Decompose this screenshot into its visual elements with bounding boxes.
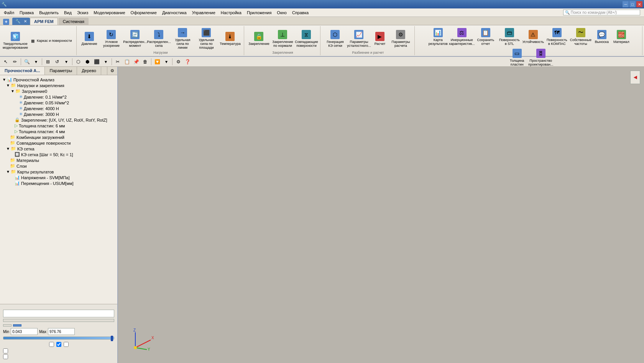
- surface-stl-btn[interactable]: 🗃 Поверхность в STL: [498, 27, 521, 47]
- dp-slider-thumb[interactable]: [111, 336, 113, 341]
- tb-rotate-btn[interactable]: ↺: [53, 58, 61, 66]
- tb-settings-btn[interactable]: ⚙: [174, 58, 182, 66]
- tb-paste-btn[interactable]: 📌: [132, 58, 140, 66]
- close-tab-icon[interactable]: ✕: [24, 19, 27, 23]
- thickness-btn[interactable]: ▭ Толщина пластин: [506, 48, 529, 68]
- tb-select-btn[interactable]: ↖: [2, 58, 10, 66]
- tab-sistemная[interactable]: Системная: [59, 18, 89, 25]
- fatigue-params-btn[interactable]: 📈 Параметры усталостного...: [347, 29, 370, 49]
- add-tab-btn[interactable]: +: [3, 19, 9, 25]
- menu-select[interactable]: Выделить: [37, 10, 61, 16]
- tree-item-combinations[interactable]: 📁 Комбинации загружений: [2, 134, 116, 140]
- tb-copy-btn[interactable]: 📋: [123, 58, 131, 66]
- tree-item-coincide[interactable]: 📁 Совпадающие поверхности: [2, 140, 116, 146]
- tree-item-constraint[interactable]: 🔒 Закрепление: [UX, UY, UZ, RotX, RotY, …: [2, 117, 116, 123]
- tb-cut-btn[interactable]: ✂: [113, 58, 122, 66]
- tb-rotate-drop[interactable]: ▾: [62, 58, 71, 66]
- viewport[interactable]: ◀ X Y Z: [118, 67, 644, 363]
- pressure-btn[interactable]: ⬇ Давление: [80, 31, 99, 47]
- panel-gear-btn[interactable]: ⚙: [107, 67, 117, 75]
- constraint-btn[interactable]: 🔒 Закрепление: [247, 31, 270, 47]
- solid-model-btn[interactable]: 🧊 Твердотельное моделирование: [4, 31, 27, 51]
- tree-item-mesh-param[interactable]: 🔲 КЭ сетка [Шаг = 50; Кс = 1]: [2, 152, 116, 157]
- menu-control[interactable]: Управление: [190, 10, 218, 16]
- dp-cb1[interactable]: [49, 342, 54, 347]
- menu-view[interactable]: Вид: [62, 10, 74, 16]
- minimize-btn[interactable]: ─: [623, 1, 629, 7]
- dp-cb2[interactable]: [56, 342, 61, 347]
- temperature-btn[interactable]: 🌡 Температура: [219, 31, 242, 47]
- tree-item-thickness6[interactable]: ▷ Толщина пластин: 6 мм: [2, 123, 116, 129]
- result-map-btn[interactable]: 📊 Карта результатов: [427, 27, 450, 47]
- normal-constraint-btn[interactable]: ⊥ Закрепление по нормали: [271, 29, 294, 49]
- stability-btn[interactable]: ⚠ Устойчивость: [522, 29, 545, 45]
- tb-wireframe-btn[interactable]: ⬢: [83, 58, 92, 66]
- tree-item-materials[interactable]: 📁 Материалы: [2, 157, 116, 163]
- dp-cb3[interactable]: [64, 342, 69, 347]
- tb-sketch-btn[interactable]: ✏: [11, 58, 19, 66]
- menu-settings[interactable]: Настройка: [219, 10, 244, 16]
- natural-freq-btn[interactable]: 〜 Собственные частоты: [569, 27, 592, 47]
- menu-file[interactable]: Файл: [2, 10, 16, 16]
- menu-sketch[interactable]: Эскиз: [75, 10, 90, 16]
- menu-apps[interactable]: Приложения: [245, 10, 274, 16]
- tree-item-loads[interactable]: ▼ 📁 Нагрузки и закрепления: [2, 82, 116, 88]
- search-box[interactable]: 🔍 Поиск по командам (Alt+/): [563, 10, 640, 15]
- tree-item-pressure2[interactable]: ✳ Давление: 0.05 Н/мм^2: [2, 100, 116, 106]
- tree-item-layers[interactable]: 📁 Слои: [2, 163, 116, 169]
- tb-filter-btn[interactable]: 🔽: [153, 58, 161, 66]
- menu-help[interactable]: Справка: [290, 10, 311, 16]
- inertia-btn[interactable]: ⚖ Инерционные характеристик...: [450, 27, 473, 47]
- dp-min-input[interactable]: [11, 328, 38, 335]
- menu-format[interactable]: Оформление: [128, 10, 159, 16]
- frame-surface-btn[interactable]: ▦ Каркас и поверхности: [28, 36, 74, 45]
- tab-apm-fem[interactable]: APM FEM: [30, 18, 58, 25]
- tb-view3d-btn[interactable]: ⬡: [74, 58, 82, 66]
- tb-delete-btn[interactable]: 🗑: [141, 58, 150, 66]
- callout-btn[interactable]: 💬 Выноска: [593, 29, 611, 45]
- dp-depth-input[interactable]: [3, 310, 114, 317]
- dp-range-slider[interactable]: [3, 337, 114, 340]
- tb-zoom-drop[interactable]: ▾: [32, 58, 40, 66]
- dp-set-plane-btn[interactable]: [3, 319, 114, 322]
- menu-diag[interactable]: Диагностика: [160, 10, 189, 16]
- tab-params[interactable]: Параметры: [45, 67, 77, 75]
- dp-max-input[interactable]: [48, 328, 75, 335]
- tree-item-pressure1[interactable]: ✳ Давление: 0.1 Н/мм^2: [2, 94, 116, 100]
- dp-isolines-cb[interactable]: [3, 354, 8, 359]
- tab-schwertboot[interactable]: 🔧 ✕: [12, 18, 30, 25]
- close-btn[interactable]: ✕: [636, 1, 642, 7]
- save-report-btn[interactable]: 📋 Сохранить отчет: [474, 27, 497, 47]
- tree-item-thickness4[interactable]: ▷ Толщина пластин: 4 мм: [2, 129, 116, 134]
- tb-help-btn[interactable]: ❓: [183, 58, 192, 66]
- dp-recolor-cb[interactable]: [3, 348, 8, 353]
- tree-item-displacement[interactable]: 📊 Перемещения - USUM[мм]: [2, 180, 116, 186]
- maximize-btn[interactable]: □: [629, 1, 636, 7]
- mesh-gen-btn[interactable]: ⬡ Генерация КЭ сетки: [324, 29, 347, 49]
- calc-params-btn[interactable]: ⚙ Параметры расчета: [389, 29, 412, 49]
- tb-fit-btn[interactable]: ⊞: [44, 58, 52, 66]
- dp-callout-btn[interactable]: [13, 324, 21, 327]
- design-space-btn[interactable]: 🎛 Пространство проектирован...: [529, 48, 552, 68]
- material-btn[interactable]: 🧱 Материал: [611, 29, 631, 45]
- angular-acc-btn[interactable]: ↻ Угловое ускорение: [100, 29, 123, 49]
- tree-item-stress[interactable]: 📊 Напряжения - SVM[МПа]: [2, 175, 116, 180]
- tab-tree[interactable]: Дерево: [77, 67, 101, 75]
- dist-moment-btn[interactable]: 🔄 Распределен... момент: [123, 29, 146, 49]
- tb-filter-drop[interactable]: ▾: [162, 58, 171, 66]
- tab-analysis[interactable]: Прочностной А...: [0, 67, 45, 75]
- dp-minmax-btn[interactable]: [3, 324, 12, 327]
- menu-edit[interactable]: Правка: [17, 10, 36, 16]
- boat-canvas[interactable]: [118, 67, 644, 363]
- area-force-btn[interactable]: ⬛ Удельная сила по площади: [195, 27, 218, 51]
- tb-zoom-btn[interactable]: 🔍: [23, 58, 31, 66]
- menu-window[interactable]: Окно: [274, 10, 289, 16]
- line-force-btn[interactable]: → Удельная сила по линии: [171, 27, 194, 51]
- tree-item-mesh[interactable]: ▼ 📁 КЭ сетка: [2, 146, 116, 152]
- tree-item-root[interactable]: ▼ 📊 Прочностной Анализ: [2, 77, 116, 82]
- surface-kompas-btn[interactable]: 🗺 Поверхность в КОМПАС: [545, 27, 568, 47]
- tree-item-pressure4[interactable]: ✳ Давление: 3000 Н: [2, 111, 116, 117]
- coincide-surface-btn[interactable]: ⧖ Совпадающие поверхности: [295, 29, 318, 49]
- tree-item-pressure3[interactable]: ✳ Давление: 4000 Н: [2, 106, 116, 111]
- tree-item-loading0[interactable]: ▼ 📁 Загружение0: [2, 88, 116, 94]
